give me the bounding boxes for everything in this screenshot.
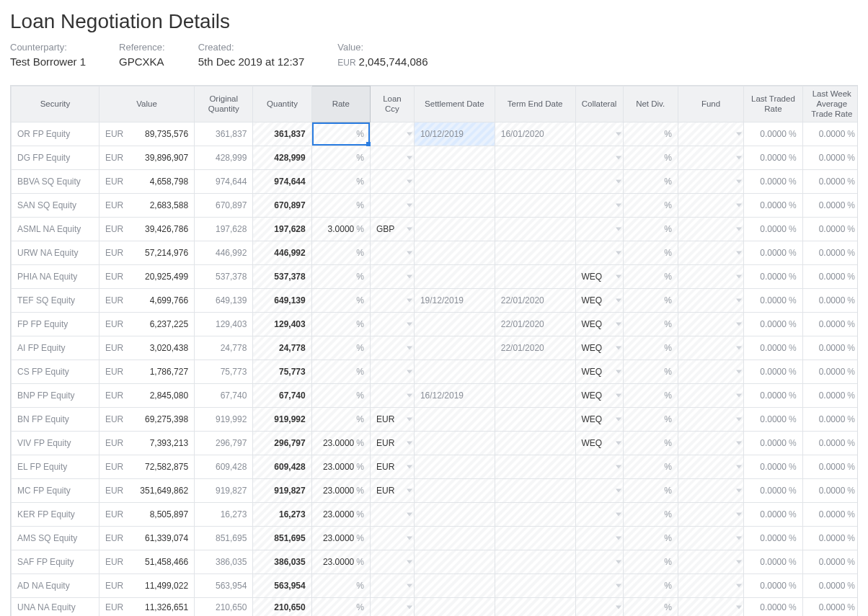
- fund-cell[interactable]: [678, 550, 743, 574]
- fund-cell[interactable]: [678, 122, 743, 146]
- grid-container[interactable]: Security Value Original Quantity Quantit…: [10, 85, 858, 616]
- collateral-cell[interactable]: [575, 218, 623, 241]
- loan-ccy-cell[interactable]: [370, 122, 414, 146]
- loan-ccy-cell[interactable]: [370, 360, 414, 384]
- table-row[interactable]: SAF FP EquityEUR51,458,466386,035386,035…: [12, 550, 859, 574]
- net-div-cell[interactable]: %: [623, 194, 678, 218]
- fund-cell[interactable]: [678, 527, 743, 550]
- loan-ccy-cell[interactable]: EUR: [370, 479, 414, 503]
- rate-cell[interactable]: %: [311, 574, 370, 598]
- fund-cell[interactable]: [678, 241, 743, 265]
- rate-cell[interactable]: 23.0000 %: [311, 503, 370, 527]
- term-end-date-cell[interactable]: 22/01/2020: [495, 336, 575, 360]
- security-cell[interactable]: OR FP Equity: [12, 122, 99, 146]
- term-end-date-cell[interactable]: 22/01/2020: [495, 289, 575, 313]
- table-row[interactable]: BBVA SQ EquityEUR4,658,798974,644974,644…: [12, 170, 859, 194]
- fund-cell[interactable]: [678, 146, 743, 170]
- qty-cell[interactable]: 296,797: [253, 432, 311, 455]
- settlement-date-cell[interactable]: [414, 360, 495, 384]
- settlement-date-cell[interactable]: [414, 170, 495, 194]
- rate-cell[interactable]: %: [311, 289, 370, 313]
- col-last-week-avg-rate[interactable]: Last Week Average Trade Rate: [802, 86, 858, 122]
- term-end-date-cell[interactable]: [495, 194, 575, 218]
- collateral-cell[interactable]: WEQ: [575, 289, 623, 313]
- table-row[interactable]: VIV FP EquityEUR7,393,213296,797296,7972…: [12, 432, 859, 455]
- qty-cell[interactable]: 974,644: [253, 170, 311, 194]
- qty-cell[interactable]: 428,999: [253, 146, 311, 170]
- term-end-date-cell[interactable]: [495, 479, 575, 503]
- rate-cell[interactable]: %: [311, 313, 370, 336]
- table-row[interactable]: DG FP EquityEUR39,896,907428,999428,999%…: [12, 146, 859, 170]
- fund-cell[interactable]: [678, 265, 743, 289]
- rate-cell[interactable]: %: [311, 265, 370, 289]
- qty-cell[interactable]: 361,837: [253, 122, 311, 146]
- fund-cell[interactable]: [678, 194, 743, 218]
- settlement-date-cell[interactable]: [414, 265, 495, 289]
- qty-cell[interactable]: 129,403: [253, 313, 311, 336]
- settlement-date-cell[interactable]: [414, 432, 495, 455]
- security-cell[interactable]: ASML NA Equity: [12, 218, 99, 241]
- net-div-cell[interactable]: %: [623, 527, 678, 550]
- term-end-date-cell[interactable]: [495, 408, 575, 432]
- collateral-cell[interactable]: [575, 455, 623, 479]
- rate-cell[interactable]: 23.0000 %: [311, 550, 370, 574]
- table-row[interactable]: PHIA NA EquityEUR20,925,499537,378537,37…: [12, 265, 859, 289]
- term-end-date-cell[interactable]: [495, 527, 575, 550]
- qty-cell[interactable]: 210,650: [253, 598, 311, 616]
- col-value[interactable]: Value: [99, 86, 194, 122]
- security-cell[interactable]: DG FP Equity: [12, 146, 99, 170]
- settlement-date-cell[interactable]: [414, 527, 495, 550]
- term-end-date-cell[interactable]: [495, 503, 575, 527]
- fund-cell[interactable]: [678, 170, 743, 194]
- security-cell[interactable]: SAN SQ Equity: [12, 194, 99, 218]
- qty-cell[interactable]: 197,628: [253, 218, 311, 241]
- qty-cell[interactable]: 386,035: [253, 550, 311, 574]
- loan-ccy-cell[interactable]: [370, 598, 414, 616]
- term-end-date-cell[interactable]: [495, 146, 575, 170]
- settlement-date-cell[interactable]: [414, 194, 495, 218]
- loan-ccy-cell[interactable]: [370, 313, 414, 336]
- term-end-date-cell[interactable]: [495, 218, 575, 241]
- fund-cell[interactable]: [678, 360, 743, 384]
- collateral-cell[interactable]: [575, 170, 623, 194]
- fund-cell[interactable]: [678, 384, 743, 408]
- security-cell[interactable]: CS FP Equity: [12, 360, 99, 384]
- collateral-cell[interactable]: [575, 574, 623, 598]
- net-div-cell[interactable]: %: [623, 265, 678, 289]
- term-end-date-cell[interactable]: [495, 241, 575, 265]
- col-settlement-date[interactable]: Settlement Date: [414, 86, 495, 122]
- loan-ccy-cell[interactable]: EUR: [370, 455, 414, 479]
- net-div-cell[interactable]: %: [623, 503, 678, 527]
- security-cell[interactable]: EL FP Equity: [12, 455, 99, 479]
- loan-ccy-cell[interactable]: [370, 527, 414, 550]
- fund-cell[interactable]: [678, 432, 743, 455]
- term-end-date-cell[interactable]: [495, 384, 575, 408]
- col-last-traded-rate[interactable]: Last Traded Rate: [744, 86, 802, 122]
- rate-cell[interactable]: 23.0000 %: [311, 432, 370, 455]
- rate-cell[interactable]: %: [311, 408, 370, 432]
- security-cell[interactable]: VIV FP Equity: [12, 432, 99, 455]
- table-row[interactable]: MC FP EquityEUR351,649,862919,827919,827…: [12, 479, 859, 503]
- qty-cell[interactable]: 75,773: [253, 360, 311, 384]
- net-div-cell[interactable]: %: [623, 146, 678, 170]
- settlement-date-cell[interactable]: [414, 550, 495, 574]
- table-row[interactable]: KER FP EquityEUR8,505,89716,27316,27323.…: [12, 503, 859, 527]
- net-div-cell[interactable]: %: [623, 336, 678, 360]
- security-cell[interactable]: BNP FP Equity: [12, 384, 99, 408]
- table-row[interactable]: FP FP EquityEUR6,237,225129,403129,403%2…: [12, 313, 859, 336]
- table-row[interactable]: OR FP EquityEUR89,735,576361,837361,837%…: [12, 122, 859, 146]
- net-div-cell[interactable]: %: [623, 170, 678, 194]
- col-collateral[interactable]: Collateral: [575, 86, 623, 122]
- table-row[interactable]: AD NA EquityEUR11,499,022563,954563,954%…: [12, 574, 859, 598]
- term-end-date-cell[interactable]: [495, 598, 575, 616]
- term-end-date-cell[interactable]: [495, 432, 575, 455]
- collateral-cell[interactable]: [575, 598, 623, 616]
- settlement-date-cell[interactable]: 10/12/2019: [414, 122, 495, 146]
- net-div-cell[interactable]: %: [623, 408, 678, 432]
- loan-ccy-cell[interactable]: EUR: [370, 408, 414, 432]
- collateral-cell[interactable]: [575, 479, 623, 503]
- loan-ccy-cell[interactable]: [370, 336, 414, 360]
- collateral-cell[interactable]: [575, 527, 623, 550]
- net-div-cell[interactable]: %: [623, 432, 678, 455]
- rate-cell[interactable]: 23.0000 %: [311, 455, 370, 479]
